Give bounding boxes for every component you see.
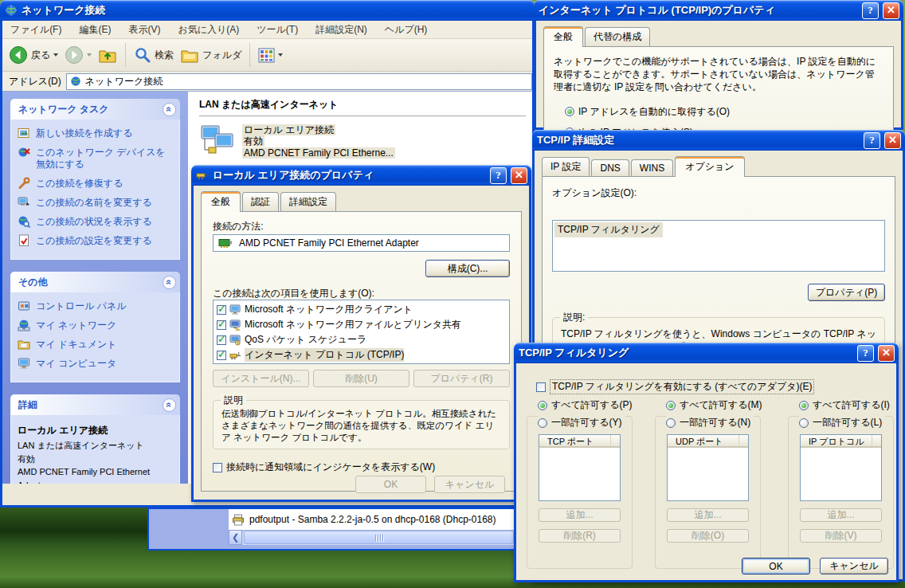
lan-properties-titlebar[interactable]: ローカル エリア接続のプロパティ ? ✕ bbox=[191, 165, 531, 186]
tab-authentication[interactable]: 認証 bbox=[242, 192, 279, 211]
menu-advanced[interactable]: 詳細設定(N) bbox=[315, 23, 367, 37]
tcpip-properties-titlebar[interactable]: インターネット プロトコル (TCP/IP)のプロパティ ? ✕ bbox=[534, 0, 903, 21]
ip-protocols-list[interactable]: IP プロトコル bbox=[800, 434, 882, 501]
other-places-header[interactable]: その他 bbox=[10, 272, 180, 292]
search-button[interactable]: 検索 bbox=[134, 46, 174, 64]
lan-connection-item[interactable]: ローカル エリア接続 有効 AMD PCNET Family PCI Ether… bbox=[199, 124, 526, 159]
link-control-panel[interactable]: コントロール パネル bbox=[18, 300, 173, 312]
up-button[interactable] bbox=[98, 46, 117, 64]
collapse-chevron-icon[interactable] bbox=[163, 276, 176, 289]
tcp-allow-all-radio[interactable] bbox=[538, 401, 547, 410]
enable-filtering-checkbox[interactable] bbox=[536, 382, 546, 392]
properties-button[interactable]: プロパティ(R) bbox=[413, 370, 510, 387]
address-input[interactable]: ネットワーク接続 bbox=[66, 73, 532, 90]
collapse-chevron-icon[interactable] bbox=[163, 103, 176, 116]
uninstall-button[interactable]: 削除(U) bbox=[313, 370, 409, 387]
tcp-add-button[interactable]: 追加... bbox=[539, 508, 621, 522]
list-item-client[interactable]: Microsoft ネットワーク用クライアント bbox=[214, 302, 508, 317]
folders-button[interactable]: フォルダ bbox=[180, 46, 241, 64]
list-item-file-sharing[interactable]: Microsoft ネットワーク用ファイルとプリンタ共有 bbox=[214, 317, 508, 332]
properties-button[interactable]: プロパティ(P) bbox=[808, 284, 885, 301]
list-item-qos[interactable]: QoS パケット スケジューラ bbox=[214, 332, 508, 347]
forward-dropdown-icon[interactable] bbox=[87, 53, 92, 57]
link-my-network[interactable]: マイ ネットワーク bbox=[18, 319, 173, 331]
help-icon[interactable]: ? bbox=[864, 132, 880, 149]
connection-items-list[interactable]: Microsoft ネットワーク用クライアント Microsoft ネットワーク… bbox=[213, 300, 510, 364]
collapse-chevron-icon[interactable] bbox=[163, 398, 176, 412]
tab-ip-settings[interactable]: IP 設定 bbox=[542, 157, 590, 176]
link-my-documents[interactable]: マイ ドキュメント bbox=[18, 339, 173, 351]
tab-dns[interactable]: DNS bbox=[591, 159, 629, 176]
help-icon[interactable]: ? bbox=[862, 2, 879, 19]
task-create-connection[interactable]: 新しい接続を作成する bbox=[18, 127, 173, 139]
ip-allow-all-radio[interactable] bbox=[799, 401, 809, 410]
optional-settings-list[interactable]: TCP/IP フィルタリング bbox=[552, 220, 885, 272]
option-tcpip-filtering[interactable]: TCP/IP フィルタリング bbox=[554, 222, 663, 237]
radio-obtain-auto-row[interactable]: IP アドレスを自動的に取得する(O) bbox=[565, 105, 893, 119]
scrollbar-thumb[interactable] bbox=[244, 531, 514, 544]
notify-checkbox[interactable] bbox=[213, 463, 222, 472]
cancel-button[interactable]: キャンセル bbox=[434, 476, 505, 493]
checkbox-client[interactable] bbox=[217, 305, 226, 315]
udp-allow-some-radio[interactable] bbox=[666, 418, 676, 428]
cancel-button[interactable]: キャンセル bbox=[820, 558, 888, 574]
tcp-remove-button[interactable]: 削除(R) bbox=[539, 529, 621, 543]
list-item-tcpip[interactable]: インターネット プロトコル (TCP/IP) bbox=[214, 347, 508, 363]
forward-button[interactable] bbox=[65, 45, 92, 65]
scroll-left-arrow-icon[interactable]: ❮ bbox=[229, 530, 242, 545]
tab-alternate-config[interactable]: 代替の構成 bbox=[585, 27, 650, 46]
views-button[interactable] bbox=[258, 48, 283, 63]
close-icon[interactable]: ✕ bbox=[884, 132, 901, 149]
checkbox-tcpip[interactable] bbox=[217, 351, 226, 360]
ip-allow-all-row[interactable]: すべて許可する(I) bbox=[799, 398, 893, 412]
close-icon[interactable]: ✕ bbox=[511, 167, 527, 184]
menu-edit[interactable]: 編集(E) bbox=[79, 23, 111, 37]
adapter-field[interactable]: AMD PCNET Family PCI Ethernet Adapter bbox=[213, 234, 510, 252]
network-window-titlebar[interactable]: ネットワーク接続 bbox=[0, 0, 535, 21]
udp-allow-all-radio[interactable] bbox=[666, 401, 676, 410]
tcp-allow-all-row[interactable]: すべて許可する(P) bbox=[538, 398, 635, 412]
udp-remove-button[interactable]: 削除(O) bbox=[667, 529, 749, 543]
enable-filtering-row[interactable]: TCP/IP フィルタリングを有効にする (すべてのアダプタ)(E) bbox=[536, 379, 814, 394]
tab-general[interactable]: 全般 bbox=[543, 26, 583, 47]
scrollbar-track[interactable] bbox=[242, 530, 515, 545]
notify-checkbox-row[interactable]: 接続時に通知領域にインジケータを表示する(W) bbox=[213, 461, 435, 474]
help-icon[interactable]: ? bbox=[857, 345, 874, 362]
tcp-allow-some-radio[interactable] bbox=[538, 418, 547, 428]
menu-view[interactable]: 表示(V) bbox=[128, 23, 160, 37]
menu-tools[interactable]: ツール(T) bbox=[257, 23, 298, 37]
horizontal-scrollbar[interactable]: ❮ bbox=[229, 530, 515, 545]
udp-ports-list[interactable]: UDP ポート bbox=[667, 434, 749, 501]
task-rename-connection[interactable]: この接続の名前を変更する bbox=[18, 197, 173, 209]
network-tasks-header[interactable]: ネットワーク タスク bbox=[10, 99, 180, 120]
tcpip-filtering-titlebar[interactable]: TCP/IP フィルタリング ? ✕ bbox=[514, 343, 899, 363]
tcpip-advanced-titlebar[interactable]: TCP/IP 詳細設定 ? ✕ bbox=[532, 130, 905, 151]
task-repair-connection[interactable]: この接続を修復する bbox=[18, 178, 173, 190]
udp-allow-some-row[interactable]: 一部許可する(N) bbox=[666, 416, 754, 429]
menu-help[interactable]: ヘルプ(H) bbox=[385, 23, 428, 37]
help-icon[interactable]: ? bbox=[490, 167, 507, 184]
close-icon[interactable]: ✕ bbox=[883, 2, 899, 19]
views-dropdown-icon[interactable] bbox=[278, 53, 283, 57]
close-icon[interactable]: ✕ bbox=[878, 345, 895, 362]
tab-wins[interactable]: WINS bbox=[631, 159, 673, 176]
task-change-settings[interactable]: この接続の設定を変更する bbox=[18, 235, 173, 247]
udp-add-button[interactable]: 追加... bbox=[667, 508, 749, 522]
udp-allow-all-row[interactable]: すべて許可する(M) bbox=[666, 398, 765, 412]
tcp-ports-list[interactable]: TCP ポート bbox=[539, 434, 621, 501]
ok-button[interactable]: OK bbox=[742, 558, 810, 574]
tcp-allow-some-row[interactable]: 一部許可する(Y) bbox=[538, 416, 625, 429]
printer-list-row[interactable]: pdfoutput - Samba 2.2.2-ja-0.5 on dhcp-0… bbox=[229, 509, 515, 530]
menu-favorites[interactable]: お気に入り(A) bbox=[178, 23, 239, 37]
configure-button[interactable]: 構成(C)... bbox=[425, 260, 510, 277]
task-disable-device[interactable]: このネットワーク デバイスを無効にする bbox=[18, 147, 173, 171]
ip-remove-button[interactable]: 削除(V) bbox=[800, 529, 882, 543]
tab-options[interactable]: オプション bbox=[675, 156, 744, 177]
link-my-computer[interactable]: マイ コンピュータ bbox=[18, 358, 173, 370]
ip-allow-some-radio[interactable] bbox=[799, 418, 809, 428]
ip-add-button[interactable]: 追加... bbox=[800, 508, 882, 522]
ok-button[interactable]: OK bbox=[355, 476, 426, 493]
tab-general[interactable]: 全般 bbox=[201, 191, 241, 212]
back-dropdown-icon[interactable] bbox=[53, 53, 58, 57]
checkbox-file-sharing[interactable] bbox=[217, 320, 226, 330]
